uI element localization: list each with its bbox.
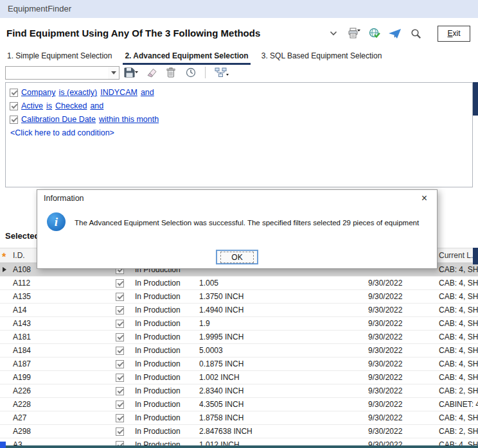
table-row[interactable]: A187In Production0.1875 INCH9/30/2022CAB… bbox=[0, 358, 478, 371]
table-row[interactable]: A135In Production1.3750 INCH9/30/2022CAB… bbox=[0, 290, 478, 304]
row-checkbox[interactable] bbox=[116, 374, 124, 382]
cell-active bbox=[108, 371, 131, 384]
row-indicator-header: * bbox=[0, 248, 10, 263]
condition-checkbox[interactable] bbox=[10, 89, 18, 97]
row-checkbox[interactable] bbox=[116, 320, 124, 328]
search-icon[interactable] bbox=[408, 26, 423, 41]
cell-value: 0.1875 INCH bbox=[195, 358, 364, 370]
window-titlebar[interactable]: EquipmentFinder bbox=[0, 0, 478, 18]
table-row[interactable]: A112In Production1.0059/30/2022CAB: 4, S… bbox=[0, 277, 478, 290]
table-row[interactable]: A199In Production1.002 INCH9/30/2022CAB:… bbox=[0, 371, 478, 384]
row-indicator-cell bbox=[0, 331, 10, 343]
send-icon[interactable] bbox=[387, 26, 403, 41]
tab-simple-selection[interactable]: 1. Simple Equipment Selection bbox=[5, 50, 114, 65]
table-row[interactable]: A228In Production4.3505 INCH9/30/2022CAB… bbox=[0, 398, 478, 411]
cell-active bbox=[108, 358, 131, 370]
table-row[interactable]: A181In Production1.9995 INCH9/30/2022CAB… bbox=[0, 331, 478, 344]
condition-link[interactable]: Calibration Due Date bbox=[21, 115, 96, 124]
save-filter-icon[interactable] bbox=[123, 65, 139, 80]
table-row[interactable]: A27In Production1.8758 INCH9/30/2022CAB:… bbox=[0, 411, 478, 425]
row-checkbox[interactable] bbox=[116, 347, 124, 355]
clear-filter-icon[interactable] bbox=[143, 65, 159, 80]
cell-id: A184 bbox=[10, 344, 108, 357]
chevron-down-icon[interactable] bbox=[326, 26, 341, 41]
print-icon[interactable] bbox=[346, 26, 362, 41]
globe-export-icon[interactable] bbox=[367, 26, 382, 41]
cell-location: CAB: 4, SH bbox=[436, 358, 478, 370]
row-checkbox[interactable] bbox=[116, 387, 124, 395]
selected-row-arrow bbox=[3, 267, 6, 272]
condition-link[interactable]: within this month bbox=[99, 115, 159, 124]
tree-view-icon[interactable] bbox=[213, 65, 230, 80]
table-row[interactable]: A226In Production2.8340 INCH9/30/2022CAB… bbox=[0, 384, 478, 398]
row-checkbox[interactable] bbox=[116, 306, 124, 314]
cell-date: 9/30/2022 bbox=[364, 384, 436, 397]
delete-filter-icon[interactable] bbox=[163, 65, 179, 80]
cell-value: 2.8340 INCH bbox=[195, 384, 364, 397]
filter-toolbar bbox=[5, 65, 230, 80]
cell-status: In Production bbox=[131, 290, 195, 303]
cell-location: CAB: 2, SH bbox=[436, 384, 478, 397]
cell-date: 9/30/2022 bbox=[364, 290, 436, 303]
condition-link[interactable]: is bbox=[46, 101, 52, 110]
condition-checkbox[interactable] bbox=[10, 116, 18, 124]
cell-active bbox=[108, 317, 131, 330]
cell-id: A226 bbox=[10, 384, 108, 397]
cell-location: CAB: 4, SH bbox=[436, 317, 478, 330]
cell-date: 9/30/2022 bbox=[364, 371, 436, 384]
combo-dropdown-button[interactable] bbox=[108, 67, 119, 79]
row-indicator-cell bbox=[0, 371, 10, 384]
exit-button[interactable]: Exit bbox=[438, 26, 470, 42]
cell-value: 1.005 bbox=[195, 277, 364, 289]
cell-value: 4.3505 INCH bbox=[195, 398, 364, 411]
row-indicator-cell bbox=[0, 263, 10, 276]
cell-status: In Production bbox=[131, 277, 195, 289]
close-icon[interactable]: × bbox=[418, 193, 430, 203]
row-checkbox[interactable] bbox=[116, 360, 124, 368]
right-edge-artifact bbox=[473, 248, 478, 264]
condition-link[interactable]: and bbox=[90, 101, 103, 110]
row-checkbox[interactable] bbox=[116, 427, 124, 436]
history-clock-icon[interactable] bbox=[182, 65, 199, 80]
row-checkbox[interactable] bbox=[116, 279, 124, 288]
cell-id: A135 bbox=[10, 290, 108, 303]
row-checkbox[interactable] bbox=[116, 414, 124, 422]
conditions-panel: Companyis (exactly)INDYCAMandActiveisChe… bbox=[5, 82, 473, 187]
cell-active bbox=[108, 277, 131, 289]
cell-id: A187 bbox=[10, 358, 108, 370]
dialog-titlebar[interactable]: Information × bbox=[37, 190, 437, 207]
table-row[interactable]: A298In Production2.847638 INCH9/30/2022C… bbox=[0, 425, 478, 438]
row-checkbox[interactable] bbox=[116, 333, 124, 341]
ok-button[interactable]: OK bbox=[216, 250, 258, 264]
filter-preset-combo[interactable] bbox=[5, 66, 120, 80]
condition-link[interactable]: and bbox=[141, 88, 154, 97]
info-icon: i bbox=[47, 212, 66, 231]
filter-preset-input[interactable] bbox=[6, 67, 108, 79]
condition-link[interactable]: Checked bbox=[55, 101, 87, 110]
cell-id: A228 bbox=[10, 398, 108, 411]
condition-link[interactable]: Company bbox=[21, 88, 56, 97]
row-indicator-cell bbox=[0, 277, 10, 289]
exit-button-accelerator: E bbox=[447, 29, 452, 38]
table-row[interactable]: A14In Production1.4940 INCH9/30/2022CAB:… bbox=[0, 304, 478, 317]
ok-button-label: OK bbox=[220, 252, 253, 263]
condition-link[interactable]: INDYCAM bbox=[100, 88, 137, 97]
cell-value: 1.9995 INCH bbox=[195, 331, 364, 343]
condition-link[interactable]: is (exactly) bbox=[59, 88, 98, 97]
cell-status: In Production bbox=[131, 384, 195, 397]
condition-link[interactable]: Active bbox=[21, 101, 43, 110]
row-indicator-cell bbox=[0, 304, 10, 316]
table-row[interactable]: A143In Production1.99/30/2022CAB: 4, SH bbox=[0, 317, 478, 331]
cell-active bbox=[108, 398, 131, 411]
row-checkbox[interactable] bbox=[116, 401, 124, 409]
row-indicator-cell bbox=[0, 317, 10, 330]
add-condition-link[interactable]: <Click here to add condition> bbox=[10, 128, 468, 137]
cell-status: In Production bbox=[131, 344, 195, 357]
table-row[interactable]: A184In Production5.00039/30/2022CAB: 4, … bbox=[0, 344, 478, 358]
column-header-location[interactable]: Current L... bbox=[436, 248, 478, 263]
row-checkbox[interactable] bbox=[116, 293, 124, 301]
condition-checkbox[interactable] bbox=[10, 102, 18, 110]
tab-sql-selection[interactable]: 3. SQL Based Equipment Selection bbox=[260, 50, 384, 65]
row-indicator-cell bbox=[0, 398, 10, 411]
tab-advanced-selection[interactable]: 2. Advanced Equipment Selection bbox=[123, 50, 250, 65]
